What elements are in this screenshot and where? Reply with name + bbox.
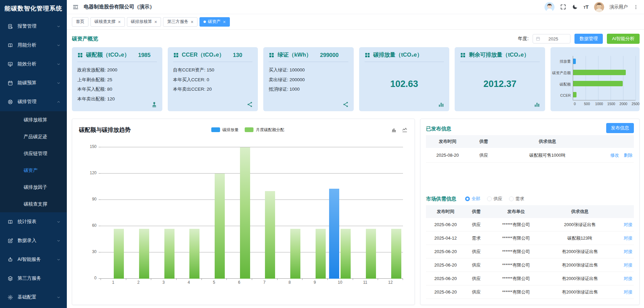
connect-link[interactable]: 对接 bbox=[624, 249, 633, 255]
market-row: 2025-06-20供应******有限公司有2000张绿证出售对接 bbox=[426, 272, 634, 285]
trend-plot: 0306090120150 bbox=[101, 147, 403, 279]
user-avatar[interactable] bbox=[594, 2, 604, 12]
market-row: 2025-06-20供应******有限公司2000张绿证出售对接 bbox=[426, 218, 634, 232]
published-row: 2025-08-20供应碳配额可售1000吨修改删除 bbox=[426, 148, 634, 163]
connect-link[interactable]: 对接 bbox=[624, 222, 633, 228]
year-picker bbox=[533, 34, 570, 43]
sidebar-item-basic-config[interactable]: 基础配置 bbox=[0, 288, 67, 307]
bar-group-7 bbox=[252, 147, 277, 279]
delete-link[interactable]: 删除 bbox=[624, 152, 633, 158]
filter-需求[interactable]: 需求 bbox=[509, 196, 524, 202]
bar-group-2 bbox=[126, 147, 151, 279]
font-size-icon[interactable]: TT bbox=[584, 4, 589, 9]
tab-carbon-emission-accounting[interactable]: 碳排放核算× bbox=[127, 17, 161, 27]
connect-link[interactable]: 对接 bbox=[624, 289, 633, 295]
mini-bar-3 bbox=[573, 92, 576, 97]
close-icon[interactable]: × bbox=[223, 20, 226, 24]
tab-carbon-assets[interactable]: 碳资产× bbox=[199, 17, 230, 27]
filter-供应[interactable]: 供应 bbox=[487, 196, 502, 202]
grid-icon bbox=[77, 52, 83, 58]
more-menu-icon[interactable] bbox=[633, 4, 639, 10]
bar-group-4 bbox=[176, 147, 202, 279]
year-label: 年度: bbox=[518, 36, 529, 42]
app-title: 能碳数智化管理系统 bbox=[0, 0, 67, 17]
sidebar-item-data-entry[interactable]: 数据录入 bbox=[0, 231, 67, 250]
sidebar-item-third-party-services[interactable]: 第三方服务 bbox=[0, 269, 67, 288]
grid-icon bbox=[173, 52, 179, 58]
market-row: 2025-04-12需求******有限公司碳配额123吨对接 bbox=[426, 232, 634, 245]
publish-info-button[interactable]: 发布信息 bbox=[606, 123, 634, 133]
market-row: 2025-06-20供应******有限公司有2000张绿证出售对接 bbox=[426, 285, 634, 299]
tab-third-party-services[interactable]: 第三方服务× bbox=[163, 17, 197, 27]
sidebar-item-energy-use-analysis[interactable]: 用能分析 bbox=[0, 36, 67, 55]
mini-labels: 排放量碳资产总额碳配额CCER bbox=[552, 56, 573, 100]
sidebar-item-carbon-emission-management[interactable]: 碳排管理 bbox=[0, 92, 67, 111]
trend-chart-panel: 碳配额与碳排放趋势 碳排放量 月度碳配额分配 bbox=[72, 119, 415, 305]
ai-analysis-button[interactable]: AI智能分析 bbox=[607, 34, 640, 44]
collapse-sidebar-icon[interactable] bbox=[72, 4, 79, 10]
sidebar-item-energy-carbon-budget[interactable]: 能碳预算 bbox=[0, 73, 67, 92]
legend-item-emission[interactable]: 碳排放量 bbox=[211, 127, 239, 133]
sidebar-subitem-carbon-emission-accounting[interactable]: 碳排放核算 bbox=[0, 111, 67, 128]
chevron-down-icon bbox=[56, 239, 61, 243]
dark-mode-icon[interactable] bbox=[572, 4, 578, 10]
close-icon[interactable]: × bbox=[154, 20, 157, 24]
sidebar-item-alarm-management[interactable]: 报警管理 bbox=[0, 17, 67, 36]
radio-icon bbox=[487, 196, 492, 201]
quota-bar bbox=[139, 229, 149, 279]
mini-xlabels: 05001000150020002500 bbox=[575, 102, 636, 106]
year-input[interactable] bbox=[542, 36, 570, 41]
trend-chart-header: 碳配额与碳排放趋势 碳排放量 月度碳配额分配 bbox=[79, 124, 408, 135]
stat-card-green-certificate: 绿证（kWh）299000买入绿证: 100000卖出绿证: 200000抵消绿… bbox=[263, 47, 354, 111]
quota-bar bbox=[164, 229, 175, 279]
emission-bar bbox=[329, 189, 339, 279]
content-header: 碳资产概览 年度: 数据管理 AI智能分析 bbox=[72, 32, 640, 46]
tab-bar: 首页碳核查支撑×碳排放核算×第三方服务×碳资产× bbox=[67, 14, 644, 30]
connect-link[interactable]: 对接 bbox=[624, 235, 633, 241]
edit-icon bbox=[7, 238, 13, 244]
edit-link[interactable]: 修改 bbox=[610, 152, 619, 158]
assistant-avatar[interactable] bbox=[544, 2, 555, 12]
quota-bar bbox=[290, 229, 300, 279]
stat-card-remaining-emission: 剩余可排放量（tCO₂e）2012.37 bbox=[455, 47, 545, 111]
page-title: 碳资产概览 bbox=[72, 35, 98, 42]
sidebar-subitem-supply-chain-management[interactable]: 供应链管理 bbox=[0, 145, 67, 162]
market-section-head: 市场供需信息 全部供应需求 bbox=[426, 192, 634, 205]
connect-link[interactable]: 对接 bbox=[624, 276, 633, 282]
sidebar-subitem-carbon-verification-support[interactable]: 碳核查支撑 bbox=[0, 195, 67, 212]
connect-link[interactable]: 对接 bbox=[624, 262, 633, 268]
sidebar-item-energy-efficiency-analysis[interactable]: 能效分析 bbox=[0, 55, 67, 73]
tab-carbon-verification-support[interactable]: 碳核查支撑× bbox=[90, 17, 125, 27]
stamp-icon bbox=[151, 101, 158, 108]
sidebar-subitem-carbon-emission-factor[interactable]: 碳排放因子 bbox=[0, 179, 67, 195]
radio-icon bbox=[465, 196, 470, 201]
data-management-button[interactable]: 数据管理 bbox=[574, 34, 603, 44]
sidebar-item-ai-services[interactable]: AI智能服务 bbox=[0, 250, 67, 269]
chevron-up-icon bbox=[56, 100, 61, 104]
stat-card-carbon-quota: 碳配额（tCO₂e）1985政府发放配额: 2000上年剩余配额: 25本年买入… bbox=[72, 47, 162, 111]
bar-chart-tool-icon[interactable] bbox=[391, 127, 397, 133]
tab-home[interactable]: 首页 bbox=[72, 17, 88, 27]
fullscreen-icon[interactable] bbox=[560, 4, 566, 10]
layers-icon bbox=[7, 276, 13, 281]
monitor-icon bbox=[7, 61, 13, 67]
book-icon bbox=[7, 219, 13, 225]
sidebar-subitem-carbon-assets[interactable]: 碳资产 bbox=[0, 162, 67, 179]
user-name[interactable]: 演示用户 bbox=[610, 4, 628, 10]
filter-全部[interactable]: 全部 bbox=[465, 196, 480, 202]
close-icon[interactable]: × bbox=[191, 20, 193, 24]
market-header-row: 发布时间供需发布单位供求信息 bbox=[426, 205, 634, 218]
trend-chart-title: 碳配额与碳排放趋势 bbox=[79, 126, 131, 134]
legend-swatch-blue bbox=[211, 127, 220, 132]
bar-group-11 bbox=[353, 147, 378, 279]
book-icon bbox=[7, 42, 13, 48]
close-icon[interactable]: × bbox=[118, 20, 121, 24]
market-filters: 全部供应需求 bbox=[465, 196, 524, 202]
sidebar-subitem-product-carbon-footprint[interactable]: 产品碳足迹 bbox=[0, 128, 67, 145]
legend-item-quota[interactable]: 月度碳配额分配 bbox=[245, 127, 284, 133]
line-chart-tool-icon[interactable] bbox=[402, 127, 408, 133]
info-panel: 已发布信息 发布信息 发布时间供需供求信息 2025-08-20供应碳配额可售1… bbox=[420, 119, 640, 305]
gear-icon bbox=[7, 295, 13, 300]
sidebar-item-statistics-report[interactable]: 统计报表 bbox=[0, 212, 67, 231]
chevron-down-icon bbox=[56, 62, 61, 66]
